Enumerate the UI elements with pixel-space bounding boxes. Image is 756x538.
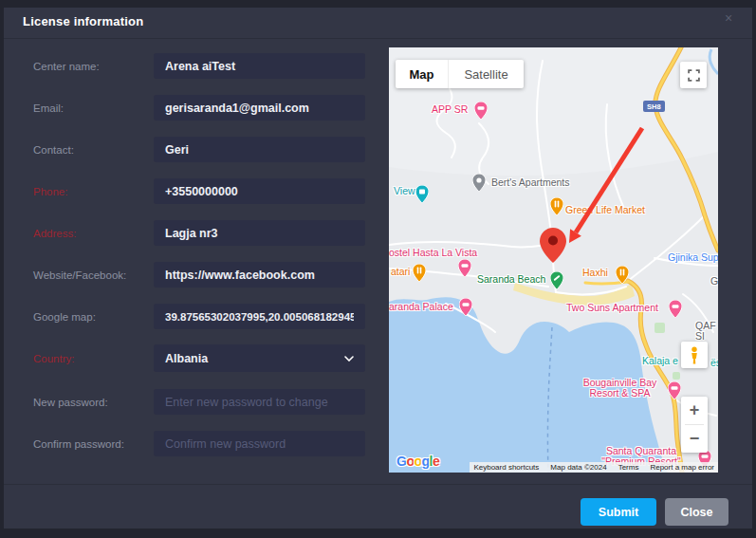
form-row-google-map: Google map: xyxy=(33,304,365,329)
map-attribution-bar: Keyboard shortcuts Map data ©2024 Terms … xyxy=(470,462,718,473)
form-row-country: Country: Albania xyxy=(33,345,365,371)
field-label-country: Country: xyxy=(33,353,154,364)
map-type-satellite-button[interactable]: Satellite xyxy=(448,60,524,88)
map-marker-two-suns-apartment-icon[interactable] xyxy=(669,300,682,318)
field-label-email: Email: xyxy=(33,102,154,114)
map-marker-green-life-market-icon[interactable] xyxy=(550,197,563,215)
map-marker-saranda-palace-icon[interactable] xyxy=(459,298,472,316)
zoom-out-button[interactable]: − xyxy=(681,425,708,453)
submit-button[interactable]: Submit xyxy=(581,498,656,526)
license-information-modal: License information × Center name: Email… xyxy=(4,8,752,529)
field-label-confirm-password: Confirm password: xyxy=(33,438,154,450)
fullscreen-icon xyxy=(688,69,700,82)
field-label-website: Website/Facebook: xyxy=(33,269,154,281)
terms-link[interactable]: Terms xyxy=(618,463,639,472)
map-label-green-life-market[interactable]: Green Life Market xyxy=(565,205,645,215)
center-name-input[interactable] xyxy=(154,53,365,79)
map-label-haxhi[interactable]: Haxhi xyxy=(582,268,608,278)
keyboard-shortcuts-link[interactable]: Keyboard shortcuts xyxy=(473,463,539,472)
address-input[interactable] xyxy=(154,220,365,246)
map-data-text: Map data ©2024 xyxy=(550,463,606,472)
map-marker-view-icon[interactable] xyxy=(415,185,429,203)
close-icon[interactable]: × xyxy=(720,9,737,27)
modal-title: License information xyxy=(23,14,143,28)
form-row-website: Website/Facebook: xyxy=(33,262,365,288)
country-select[interactable]: Albania xyxy=(154,344,365,372)
contact-input[interactable] xyxy=(154,137,365,162)
form-row-new-password: New password: xyxy=(33,389,365,415)
form-row-phone: Phone: xyxy=(33,178,365,204)
destination-marker-icon[interactable] xyxy=(540,228,566,263)
new-password-input[interactable] xyxy=(154,389,365,415)
field-label-contact: Contact: xyxy=(33,144,154,156)
field-label-center-name: Center name: xyxy=(33,61,154,72)
field-label-new-password: New password: xyxy=(33,397,154,408)
field-label-google-map: Google map: xyxy=(33,311,154,323)
field-label-address: Address: xyxy=(33,228,154,239)
phone-input[interactable] xyxy=(154,178,365,204)
zoom-control: + − xyxy=(681,397,708,453)
map-type-map-button[interactable]: Map xyxy=(396,60,448,88)
modal-header: License information × xyxy=(4,8,752,39)
website-input[interactable] xyxy=(154,262,365,288)
form-row-confirm-password: Confirm password: xyxy=(33,431,365,456)
zoom-in-button[interactable]: + xyxy=(681,397,708,424)
google-map-input[interactable] xyxy=(154,304,365,329)
pegman-control[interactable] xyxy=(681,342,708,368)
map-label-atari[interactable]: atari xyxy=(391,267,410,277)
pegman-icon xyxy=(688,346,701,364)
map-marker-bougainville-bay-icon[interactable] xyxy=(668,381,681,399)
map-marker-hostel-hasta-la-vista-icon[interactable] xyxy=(458,259,471,277)
map-marker-app-sr-icon[interactable] xyxy=(474,102,488,120)
email-input[interactable] xyxy=(154,95,365,121)
map-label-saranda-palace[interactable]: aranda Palace xyxy=(389,302,453,312)
map-label-app-sr[interactable]: APP SR xyxy=(432,104,468,115)
chevron-down-icon xyxy=(344,356,354,362)
fullscreen-button[interactable] xyxy=(680,62,707,88)
map-label-hostel-hasta-la-vista[interactable]: ostel Hasta La Vista xyxy=(389,248,477,258)
map-label-kalaja-e[interactable]: Kalaja e xyxy=(642,356,678,366)
close-button[interactable]: Close xyxy=(665,498,728,526)
modal-footer: Submit Close xyxy=(4,484,752,529)
form-row-center-name: Center name: xyxy=(33,53,365,79)
country-selected-value: Albania xyxy=(165,352,208,365)
map-label-view[interactable]: View xyxy=(394,186,415,196)
form-row-contact: Contact: xyxy=(33,137,365,162)
form-row-email: Email: xyxy=(33,95,365,121)
map-marker-atari-icon[interactable] xyxy=(413,264,426,282)
map-marker-haxhi-icon[interactable] xyxy=(616,266,629,284)
map-type-control: Map Satellite xyxy=(396,60,524,88)
map-label-g-fragment[interactable]: G xyxy=(710,276,718,287)
map-label-bougainville-bay[interactable]: Bougainville BayResort & SPA xyxy=(575,378,665,399)
map-label-qaf-fragment[interactable]: QAFSI xyxy=(695,321,716,342)
route-badge-sh8: SH8 xyxy=(643,101,665,112)
report-map-error-link[interactable]: Report a map error xyxy=(650,463,714,472)
google-map[interactable]: APP SRBert's ApartmentsViewGreen Life Ma… xyxy=(389,47,718,473)
google-logo[interactable]: Google xyxy=(396,454,439,469)
map-marker-berts-apartments-icon[interactable] xyxy=(472,174,486,192)
map-label-two-suns-apartment[interactable]: Two Suns Apartment xyxy=(566,303,658,313)
map-label-berts-apartments[interactable]: Bert's Apartments xyxy=(491,177,570,188)
map-marker-saranda-beach-icon[interactable] xyxy=(550,271,563,289)
map-label-gjinika-sup[interactable]: Gjinika Sup xyxy=(668,252,718,263)
map-label-kalaja-suffix[interactable]: ës xyxy=(710,358,718,368)
form-row-address: Address: xyxy=(33,220,365,246)
map-label-saranda-beach[interactable]: Saranda Beach xyxy=(477,274,545,285)
field-label-phone: Phone: xyxy=(33,186,154,197)
confirm-password-input[interactable] xyxy=(154,431,365,456)
